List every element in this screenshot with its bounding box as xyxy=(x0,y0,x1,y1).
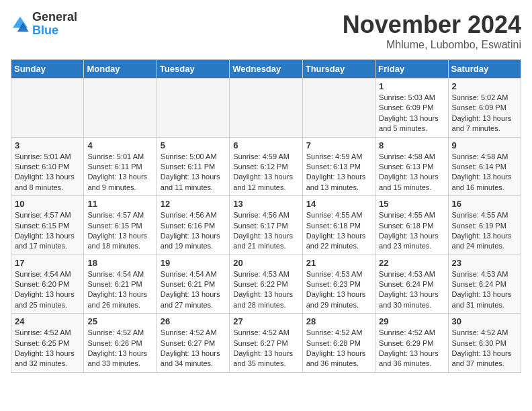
calendar-cell: 26Sunrise: 4:52 AM Sunset: 6:27 PM Dayli… xyxy=(157,314,229,373)
cell-info: Sunrise: 4:58 AM Sunset: 6:13 PM Dayligh… xyxy=(379,152,444,193)
day-number: 11 xyxy=(87,199,152,209)
cell-info: Sunrise: 4:52 AM Sunset: 6:30 PM Dayligh… xyxy=(452,328,517,369)
day-number: 9 xyxy=(452,140,517,150)
day-header-saturday: Saturday xyxy=(448,60,521,79)
cell-info: Sunrise: 4:53 AM Sunset: 6:24 PM Dayligh… xyxy=(379,269,444,311)
day-number: 15 xyxy=(379,199,444,209)
day-number: 10 xyxy=(15,199,80,209)
calendar-cell: 4Sunrise: 5:01 AM Sunset: 6:11 PM Daylig… xyxy=(84,137,157,196)
cell-info: Sunrise: 4:58 AM Sunset: 6:14 PM Dayligh… xyxy=(452,152,517,193)
cell-info: Sunrise: 4:54 AM Sunset: 6:21 PM Dayligh… xyxy=(161,269,226,311)
day-number: 2 xyxy=(452,81,517,91)
calendar-cell: 5Sunrise: 5:00 AM Sunset: 6:11 PM Daylig… xyxy=(157,137,229,196)
calendar-cell xyxy=(230,79,302,138)
cell-info: Sunrise: 5:03 AM Sunset: 6:09 PM Dayligh… xyxy=(379,93,444,134)
header: General Blue November 2024 Mhlume, Lubom… xyxy=(11,11,521,51)
cell-info: Sunrise: 4:54 AM Sunset: 6:21 PM Dayligh… xyxy=(87,269,152,311)
day-number: 12 xyxy=(161,199,226,209)
cell-info: Sunrise: 4:57 AM Sunset: 6:15 PM Dayligh… xyxy=(87,210,152,252)
week-row-4: 17Sunrise: 4:54 AM Sunset: 6:20 PM Dayli… xyxy=(11,255,521,314)
calendar-cell: 3Sunrise: 5:01 AM Sunset: 6:10 PM Daylig… xyxy=(11,137,84,196)
title-area: November 2024 Mhlume, Lubombo, Eswatini xyxy=(343,11,521,51)
cell-info: Sunrise: 5:01 AM Sunset: 6:11 PM Dayligh… xyxy=(87,152,152,193)
day-number: 18 xyxy=(87,258,152,268)
calendar-cell: 9Sunrise: 4:58 AM Sunset: 6:14 PM Daylig… xyxy=(448,137,521,196)
day-number: 17 xyxy=(15,258,80,268)
calendar-cell: 10Sunrise: 4:57 AM Sunset: 6:15 PM Dayli… xyxy=(11,196,84,255)
cell-info: Sunrise: 5:01 AM Sunset: 6:10 PM Dayligh… xyxy=(15,152,80,193)
cell-info: Sunrise: 4:52 AM Sunset: 6:29 PM Dayligh… xyxy=(379,328,444,369)
cell-info: Sunrise: 4:52 AM Sunset: 6:27 PM Dayligh… xyxy=(161,328,226,369)
cell-info: Sunrise: 4:52 AM Sunset: 6:25 PM Dayligh… xyxy=(15,328,80,369)
header-row: SundayMondayTuesdayWednesdayThursdayFrid… xyxy=(11,60,521,79)
day-header-friday: Friday xyxy=(375,60,448,79)
day-number: 30 xyxy=(452,316,517,326)
day-number: 5 xyxy=(161,140,226,150)
calendar-cell: 14Sunrise: 4:55 AM Sunset: 6:18 PM Dayli… xyxy=(302,196,375,255)
week-row-5: 24Sunrise: 4:52 AM Sunset: 6:25 PM Dayli… xyxy=(11,314,521,373)
calendar-cell: 6Sunrise: 4:59 AM Sunset: 6:12 PM Daylig… xyxy=(230,137,302,196)
day-number: 13 xyxy=(233,199,298,209)
calendar-cell: 1Sunrise: 5:03 AM Sunset: 6:09 PM Daylig… xyxy=(375,79,448,138)
week-row-3: 10Sunrise: 4:57 AM Sunset: 6:15 PM Dayli… xyxy=(11,196,521,255)
day-header-wednesday: Wednesday xyxy=(230,60,302,79)
day-number: 20 xyxy=(233,258,298,268)
day-number: 23 xyxy=(452,258,517,268)
week-row-1: 1Sunrise: 5:03 AM Sunset: 6:09 PM Daylig… xyxy=(11,79,521,138)
calendar-table: SundayMondayTuesdayWednesdayThursdayFrid… xyxy=(11,59,521,373)
calendar-cell xyxy=(84,79,157,138)
calendar-cell: 8Sunrise: 4:58 AM Sunset: 6:13 PM Daylig… xyxy=(375,137,448,196)
cell-info: Sunrise: 4:52 AM Sunset: 6:26 PM Dayligh… xyxy=(87,328,152,369)
calendar-cell: 11Sunrise: 4:57 AM Sunset: 6:15 PM Dayli… xyxy=(84,196,157,255)
day-number: 21 xyxy=(306,258,371,268)
calendar-cell: 13Sunrise: 4:56 AM Sunset: 6:17 PM Dayli… xyxy=(230,196,302,255)
cell-info: Sunrise: 4:55 AM Sunset: 6:18 PM Dayligh… xyxy=(379,210,444,252)
day-number: 24 xyxy=(15,316,80,326)
cell-info: Sunrise: 4:57 AM Sunset: 6:15 PM Dayligh… xyxy=(15,210,80,252)
day-number: 4 xyxy=(87,140,152,150)
calendar-cell xyxy=(302,79,375,138)
location: Mhlume, Lubombo, Eswatini xyxy=(343,39,521,51)
calendar-cell: 22Sunrise: 4:53 AM Sunset: 6:24 PM Dayli… xyxy=(375,255,448,314)
calendar-cell: 19Sunrise: 4:54 AM Sunset: 6:21 PM Dayli… xyxy=(157,255,229,314)
calendar-cell: 25Sunrise: 4:52 AM Sunset: 6:26 PM Dayli… xyxy=(84,314,157,373)
day-number: 8 xyxy=(379,140,444,150)
day-number: 22 xyxy=(379,258,444,268)
day-number: 29 xyxy=(379,316,444,326)
cell-info: Sunrise: 4:59 AM Sunset: 6:13 PM Dayligh… xyxy=(306,152,371,193)
cell-info: Sunrise: 5:02 AM Sunset: 6:09 PM Dayligh… xyxy=(452,93,517,134)
calendar-cell: 21Sunrise: 4:53 AM Sunset: 6:23 PM Dayli… xyxy=(302,255,375,314)
calendar-cell: 12Sunrise: 4:56 AM Sunset: 6:16 PM Dayli… xyxy=(157,196,229,255)
day-number: 6 xyxy=(233,140,298,150)
logo: General Blue xyxy=(11,11,77,38)
day-header-tuesday: Tuesday xyxy=(157,60,229,79)
calendar-cell: 15Sunrise: 4:55 AM Sunset: 6:18 PM Dayli… xyxy=(375,196,448,255)
cell-info: Sunrise: 4:55 AM Sunset: 6:19 PM Dayligh… xyxy=(452,210,517,252)
day-number: 28 xyxy=(306,316,371,326)
calendar-cell: 30Sunrise: 4:52 AM Sunset: 6:30 PM Dayli… xyxy=(448,314,521,373)
calendar-cell: 16Sunrise: 4:55 AM Sunset: 6:19 PM Dayli… xyxy=(448,196,521,255)
day-number: 3 xyxy=(15,140,80,150)
logo-text: General Blue xyxy=(32,11,77,38)
day-number: 14 xyxy=(306,199,371,209)
day-header-sunday: Sunday xyxy=(11,60,84,79)
month-title: November 2024 xyxy=(343,11,521,39)
logo-icon xyxy=(11,15,30,34)
day-number: 27 xyxy=(233,316,298,326)
cell-info: Sunrise: 4:52 AM Sunset: 6:27 PM Dayligh… xyxy=(233,328,298,369)
day-number: 26 xyxy=(161,316,226,326)
calendar-cell: 23Sunrise: 4:53 AM Sunset: 6:24 PM Dayli… xyxy=(448,255,521,314)
calendar-cell: 20Sunrise: 4:53 AM Sunset: 6:22 PM Dayli… xyxy=(230,255,302,314)
day-number: 19 xyxy=(161,258,226,268)
week-row-2: 3Sunrise: 5:01 AM Sunset: 6:10 PM Daylig… xyxy=(11,137,521,196)
calendar-cell xyxy=(157,79,229,138)
cell-info: Sunrise: 4:56 AM Sunset: 6:16 PM Dayligh… xyxy=(161,210,226,252)
calendar-cell: 17Sunrise: 4:54 AM Sunset: 6:20 PM Dayli… xyxy=(11,255,84,314)
cell-info: Sunrise: 4:52 AM Sunset: 6:28 PM Dayligh… xyxy=(306,328,371,369)
day-number: 25 xyxy=(87,316,152,326)
cell-info: Sunrise: 4:56 AM Sunset: 6:17 PM Dayligh… xyxy=(233,210,298,252)
day-header-thursday: Thursday xyxy=(302,60,375,79)
calendar-cell: 28Sunrise: 4:52 AM Sunset: 6:28 PM Dayli… xyxy=(302,314,375,373)
calendar-cell: 2Sunrise: 5:02 AM Sunset: 6:09 PM Daylig… xyxy=(448,79,521,138)
cell-info: Sunrise: 4:53 AM Sunset: 6:24 PM Dayligh… xyxy=(452,269,517,311)
